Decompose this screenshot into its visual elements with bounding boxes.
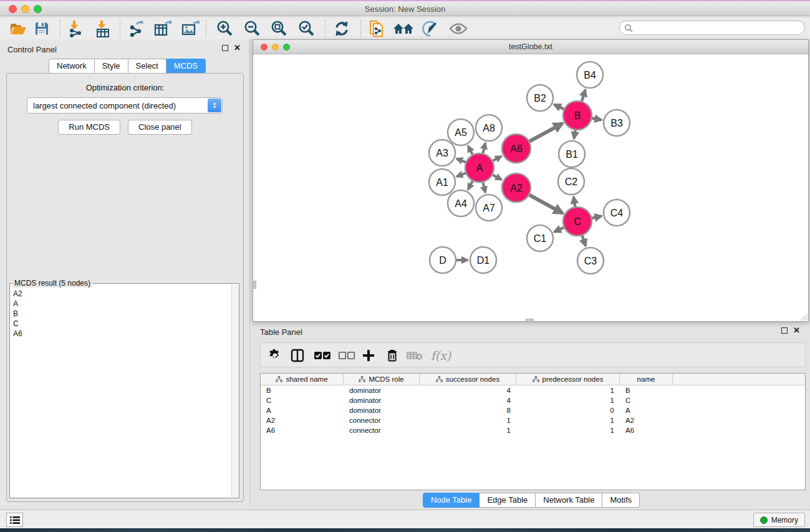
table-row[interactable]: Bdominator41B bbox=[261, 385, 805, 395]
task-history-button[interactable] bbox=[6, 513, 23, 527]
table-panel: Table Panel ✕ bbox=[253, 324, 810, 506]
open-file-icon[interactable] bbox=[7, 19, 29, 38]
level-of-detail-eye-icon[interactable] bbox=[448, 19, 469, 38]
cyndex-home-icon[interactable] bbox=[393, 19, 414, 38]
table-row[interactable]: Cdominator41C bbox=[261, 395, 805, 405]
vertical-scrollbar-handle[interactable] bbox=[253, 281, 256, 289]
tab-edge-table[interactable]: Edge Table bbox=[480, 493, 536, 508]
table-cell: 4 bbox=[420, 397, 516, 404]
tab-network-table[interactable]: Network Table bbox=[536, 493, 602, 508]
graph-edge-C-C1[interactable] bbox=[554, 228, 564, 232]
mcds-result-list[interactable]: A2ABCA6 bbox=[10, 284, 239, 339]
float-panel-icon[interactable] bbox=[222, 45, 228, 51]
tab-motifs[interactable]: Motifs bbox=[602, 493, 640, 508]
graph-node-label: C3 bbox=[584, 256, 597, 266]
graph-edge-A-A6[interactable] bbox=[493, 157, 501, 161]
run-mcds-button[interactable]: Run MCDS bbox=[58, 120, 120, 135]
add-column-icon[interactable] bbox=[359, 346, 378, 365]
graph-node-label: D bbox=[439, 255, 446, 266]
split-columns-icon[interactable] bbox=[288, 346, 307, 365]
tab-node-table[interactable]: Node Table bbox=[423, 493, 480, 508]
graph-edge-A-A4[interactable] bbox=[468, 181, 473, 190]
annotation-icon[interactable] bbox=[420, 19, 441, 38]
mcds-result-box: MCDS result (5 nodes) A2ABCA6 bbox=[9, 283, 239, 498]
network-window-titlebar[interactable]: testGlobe.txt bbox=[253, 40, 808, 54]
result-scrollbar[interactable] bbox=[231, 284, 238, 497]
mcds-result-item[interactable]: C bbox=[13, 319, 239, 329]
toolbar-separator bbox=[360, 20, 361, 37]
graph-edge-C-C2[interactable] bbox=[574, 197, 575, 207]
zoom-fit-icon[interactable] bbox=[268, 19, 289, 38]
graph-edge-B-B1[interactable] bbox=[574, 130, 576, 139]
toolbar-separator bbox=[206, 20, 206, 37]
close-panel-button[interactable]: Close panel bbox=[128, 120, 192, 135]
table-cell: 1 bbox=[516, 387, 620, 394]
graph-edge-A-A1[interactable] bbox=[456, 173, 465, 177]
graph-node-label: A3 bbox=[436, 148, 448, 158]
export-image-icon[interactable] bbox=[180, 19, 201, 38]
graph-edge-C-C4[interactable] bbox=[592, 216, 601, 218]
mcds-result-item[interactable]: A2 bbox=[13, 289, 239, 299]
graph-edge-B-B2[interactable] bbox=[554, 105, 564, 109]
zoom-selected-icon[interactable] bbox=[296, 19, 317, 38]
clear-checks-icon[interactable] bbox=[337, 346, 356, 365]
network-document-icon[interactable] bbox=[367, 19, 388, 38]
import-network-icon[interactable] bbox=[65, 19, 86, 38]
tab-select[interactable]: Select bbox=[128, 59, 166, 74]
refresh-icon[interactable] bbox=[331, 19, 352, 38]
graph-edge-A-A5[interactable] bbox=[468, 146, 473, 155]
table-cell: A bbox=[620, 407, 673, 414]
mcds-result-item[interactable]: A bbox=[13, 299, 239, 309]
close-table-panel-icon[interactable]: ✕ bbox=[793, 327, 800, 334]
network-canvas[interactable]: AA1A2A3A4A5A6A7A8BB1B2B3B4CC1C2C3C4DD1 bbox=[253, 54, 808, 321]
column-header[interactable]: name bbox=[620, 374, 673, 385]
table-cell: A2 bbox=[261, 417, 344, 424]
search-input[interactable] bbox=[619, 21, 805, 35]
table-row[interactable]: Adominator80A bbox=[261, 405, 805, 415]
mcds-result-item[interactable]: A6 bbox=[13, 329, 239, 339]
select-all-checks-icon[interactable] bbox=[313, 346, 332, 365]
zoom-in-icon[interactable] bbox=[214, 19, 235, 38]
control-panel-title: Control Panel bbox=[7, 45, 57, 54]
criterion-dropdown[interactable]: largest connected component (directed) ▲… bbox=[27, 97, 223, 114]
graph-edge-A2-C[interactable] bbox=[529, 195, 562, 213]
graph-edge-A-A3[interactable] bbox=[456, 158, 466, 162]
graph-edge-B-B3[interactable] bbox=[592, 118, 602, 120]
tab-network[interactable]: Network bbox=[49, 59, 95, 74]
tab-style[interactable]: Style bbox=[95, 59, 128, 74]
import-table-icon[interactable] bbox=[92, 19, 113, 38]
column-header[interactable]: predecessor nodes bbox=[516, 374, 620, 385]
column-header[interactable]: MCDS role bbox=[344, 374, 420, 385]
export-table-icon[interactable] bbox=[152, 19, 173, 38]
window-resize-grip[interactable] bbox=[800, 313, 808, 321]
gear-icon[interactable] bbox=[266, 346, 284, 365]
memory-button[interactable]: Memory bbox=[753, 513, 805, 527]
zoom-out-icon[interactable] bbox=[241, 19, 263, 38]
column-header[interactable]: shared name bbox=[261, 374, 344, 385]
save-session-icon[interactable] bbox=[31, 19, 52, 38]
graph-edge-A-A7[interactable] bbox=[483, 182, 485, 192]
table-row[interactable]: A6connector11A6 bbox=[261, 425, 805, 435]
toolbar-separator bbox=[60, 20, 60, 37]
table-cell: dominator bbox=[344, 407, 420, 414]
graph-edge-A6-B[interactable] bbox=[529, 123, 562, 142]
mcds-result-item[interactable]: B bbox=[13, 309, 239, 319]
table-cell: connector bbox=[344, 427, 420, 434]
graph-edge-C-C3[interactable] bbox=[582, 236, 586, 246]
node-table[interactable]: shared nameMCDS rolesuccessor nodesprede… bbox=[260, 373, 806, 490]
export-network-icon[interactable] bbox=[126, 19, 147, 38]
content-area: Control Panel ✕ NetworkStyleSelectMCDS O… bbox=[0, 39, 810, 510]
table-cell: 1 bbox=[516, 397, 620, 404]
float-table-panel-icon[interactable] bbox=[781, 327, 788, 334]
graph-edge-A-A2[interactable] bbox=[493, 175, 501, 180]
horizontal-scrollbar-handle[interactable] bbox=[526, 319, 534, 322]
network-view-window: testGlobe.txt AA1A2A3A4A5A6A7A8BB1B2B3B4… bbox=[253, 39, 809, 322]
table-row[interactable]: A2connector11A2 bbox=[261, 415, 805, 425]
tab-mcds[interactable]: MCDS bbox=[166, 59, 206, 74]
graph-edge-B-B4[interactable] bbox=[582, 90, 586, 101]
delete-icon[interactable] bbox=[383, 346, 402, 365]
column-header[interactable]: successor nodes bbox=[420, 374, 516, 385]
close-panel-icon[interactable]: ✕ bbox=[234, 45, 241, 51]
graph-edge-A-A8[interactable] bbox=[483, 143, 485, 153]
table-tabs: Node TableEdge TableNetwork TableMotifs bbox=[423, 493, 640, 508]
